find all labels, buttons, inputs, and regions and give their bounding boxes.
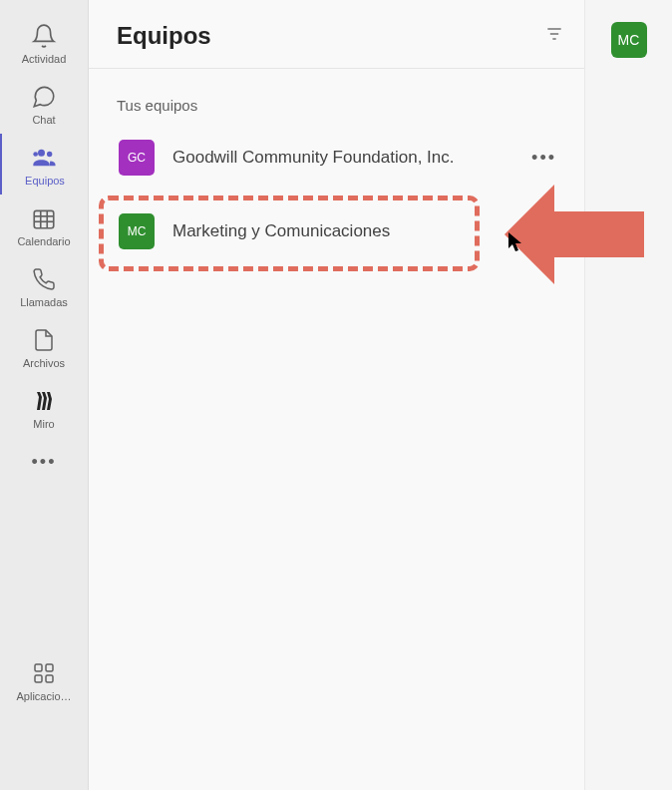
nav-chat[interactable]: Chat bbox=[0, 73, 88, 134]
apps-icon bbox=[30, 659, 58, 687]
team-name: Marketing y Comunicaciones bbox=[172, 221, 556, 241]
people-icon bbox=[31, 144, 59, 172]
calendar-icon bbox=[30, 204, 58, 232]
team-avatar: MC bbox=[119, 213, 155, 249]
team-name: Goodwill Community Foundation, Inc. bbox=[172, 148, 513, 168]
teams-panel: Equipos Tus equipos GC Goodwill Communit… bbox=[89, 0, 584, 790]
svg-rect-3 bbox=[34, 210, 54, 227]
svg-point-2 bbox=[33, 152, 38, 157]
nav-label: Llamadas bbox=[20, 296, 68, 308]
chat-icon bbox=[30, 83, 58, 111]
nav-label: Equipos bbox=[25, 175, 65, 187]
nav-files[interactable]: Archivos bbox=[0, 316, 88, 377]
team-row[interactable]: GC Goodwill Community Foundation, Inc. •… bbox=[117, 130, 564, 186]
nav-label: Chat bbox=[32, 114, 55, 126]
nav-teams[interactable]: Equipos bbox=[0, 134, 88, 195]
bell-icon bbox=[30, 22, 58, 50]
right-rail: MC bbox=[584, 0, 672, 790]
topbar: Equipos bbox=[89, 0, 584, 69]
section-label: Tus equipos bbox=[117, 97, 564, 114]
filter-icon[interactable] bbox=[544, 24, 564, 48]
nav-label: Actividad bbox=[22, 53, 67, 65]
nav-label: Calendario bbox=[17, 235, 70, 247]
phone-icon bbox=[30, 265, 58, 293]
app-rail: Actividad Chat Equipos Calendario Llamad… bbox=[0, 0, 89, 790]
team-avatar: GC bbox=[119, 140, 155, 176]
file-icon bbox=[30, 326, 58, 354]
page-title: Equipos bbox=[117, 22, 211, 50]
more-icon[interactable]: ••• bbox=[531, 148, 556, 169]
miro-icon bbox=[30, 387, 58, 415]
svg-rect-9 bbox=[46, 664, 53, 671]
nav-more[interactable]: ••• bbox=[32, 438, 57, 487]
nav-apps[interactable]: Aplicacio… bbox=[0, 649, 88, 710]
nav-label: Aplicacio… bbox=[16, 690, 71, 702]
svg-rect-11 bbox=[46, 675, 53, 682]
user-avatar[interactable]: MC bbox=[611, 22, 647, 58]
svg-rect-8 bbox=[35, 664, 42, 671]
svg-rect-10 bbox=[35, 675, 42, 682]
nav-label: Archivos bbox=[23, 357, 65, 369]
nav-calls[interactable]: Llamadas bbox=[0, 255, 88, 316]
teams-list: Tus equipos GC Goodwill Community Founda… bbox=[89, 69, 584, 259]
svg-point-0 bbox=[38, 150, 45, 157]
nav-miro[interactable]: Miro bbox=[0, 377, 88, 438]
team-row[interactable]: MC Marketing y Comunicaciones bbox=[117, 203, 564, 259]
svg-point-1 bbox=[47, 152, 52, 157]
nav-label: Miro bbox=[33, 418, 54, 430]
nav-activity[interactable]: Actividad bbox=[0, 12, 88, 73]
nav-calendar[interactable]: Calendario bbox=[0, 195, 88, 255]
